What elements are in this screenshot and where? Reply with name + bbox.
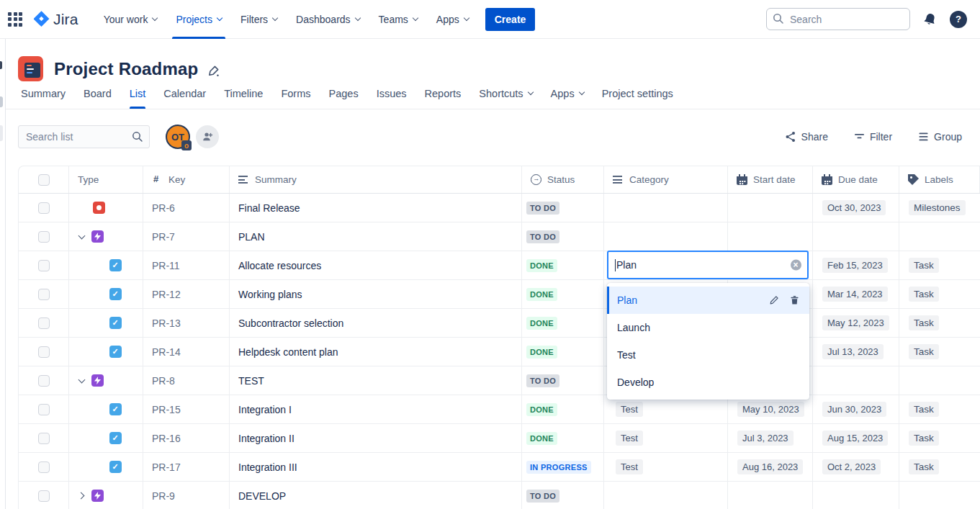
select-all-cell[interactable] — [19, 166, 69, 193]
key-cell[interactable]: PR-11 — [143, 251, 230, 279]
tab[interactable]: Shortcuts — [479, 88, 532, 109]
status-badge[interactable]: TO DO — [526, 490, 559, 503]
start-date-cell[interactable] — [728, 222, 813, 251]
key-cell[interactable]: PR-7 — [143, 222, 230, 251]
status-badge[interactable]: DONE — [526, 346, 557, 359]
row-select-cell[interactable] — [19, 251, 69, 279]
due-date-cell[interactable]: Feb 15, 2023 — [813, 251, 899, 279]
tab[interactable]: Project settings — [602, 88, 673, 109]
tab[interactable]: Apps — [551, 88, 584, 109]
label-value[interactable]: Task — [909, 287, 939, 302]
row-checkbox[interactable] — [38, 461, 50, 473]
row-checkbox[interactable] — [38, 231, 50, 243]
nav-item[interactable]: Projects — [166, 0, 231, 39]
status-cell[interactable]: DONE — [522, 424, 604, 452]
column-header[interactable]: Summary — [230, 166, 522, 193]
labels-cell[interactable]: Task — [899, 280, 980, 308]
tab[interactable]: Reports — [425, 88, 462, 109]
label-value[interactable]: Task — [909, 315, 939, 330]
start-date-cell[interactable] — [728, 194, 813, 222]
status-badge[interactable]: TO DO — [526, 230, 559, 243]
labels-cell[interactable]: Task — [899, 338, 980, 366]
row-select-cell[interactable] — [19, 453, 69, 481]
start-date-value[interactable]: May 10, 2023 — [737, 402, 804, 417]
status-cell[interactable]: DONE — [522, 338, 604, 366]
row-select-cell[interactable] — [19, 338, 69, 366]
labels-cell[interactable]: Milestones — [899, 194, 980, 222]
due-date-value[interactable]: May 12, 2023 — [822, 315, 889, 330]
due-date-cell[interactable]: Oct 2, 2023 — [813, 453, 899, 481]
nav-item[interactable]: Apps — [427, 0, 478, 39]
start-date-cell[interactable]: Aug 16, 2023 — [728, 453, 813, 481]
due-date-cell[interactable]: Mar 14, 2023 — [813, 280, 899, 308]
labels-cell[interactable]: Task — [899, 424, 980, 452]
summary-cell[interactable]: Integration I — [230, 395, 522, 423]
labels-cell[interactable]: Task — [899, 251, 980, 279]
start-date-cell[interactable] — [728, 482, 813, 509]
category-edit-input[interactable]: Plan — [607, 251, 809, 279]
due-date-value[interactable]: Mar 14, 2023 — [822, 287, 888, 302]
label-value[interactable]: Task — [909, 431, 939, 446]
due-date-cell[interactable] — [813, 366, 899, 395]
labels-cell[interactable]: Task — [899, 453, 980, 481]
status-badge[interactable]: DONE — [526, 288, 557, 301]
collapsed-sidebar-edge[interactable] — [0, 39, 6, 509]
row-select-cell[interactable] — [19, 222, 69, 251]
type-cell[interactable] — [69, 251, 143, 279]
status-cell[interactable]: TO DO — [522, 194, 604, 222]
row-checkbox[interactable] — [38, 375, 50, 387]
summary-cell[interactable]: PLAN — [230, 222, 522, 251]
status-badge[interactable]: DONE — [526, 317, 557, 330]
row-checkbox[interactable] — [38, 346, 50, 358]
list-search-input[interactable] — [18, 125, 150, 148]
status-badge[interactable]: DONE — [526, 432, 557, 445]
row-select-cell[interactable] — [19, 280, 69, 308]
edit-pencil-icon[interactable] — [769, 295, 779, 305]
list-search[interactable] — [18, 125, 150, 148]
rename-ink-icon[interactable] — [207, 65, 220, 77]
tab[interactable]: Issues — [377, 88, 407, 109]
labels-cell[interactable]: Task — [899, 309, 980, 337]
row-select-cell[interactable] — [19, 194, 69, 222]
type-cell[interactable] — [69, 222, 143, 251]
column-header[interactable]: Due date — [813, 166, 899, 193]
row-checkbox[interactable] — [38, 289, 50, 300]
summary-cell[interactable]: Helpdesk content plan — [230, 338, 522, 366]
key-cell[interactable]: PR-15 — [143, 395, 230, 423]
due-date-value[interactable]: Oct 30, 2023 — [822, 200, 886, 215]
summary-cell[interactable]: Allocate resources — [230, 251, 522, 279]
help-icon[interactable]: ? — [950, 11, 967, 28]
key-cell[interactable]: PR-17 — [143, 453, 230, 481]
column-header[interactable]: Category — [604, 166, 728, 193]
row-select-cell[interactable] — [19, 309, 69, 337]
key-cell[interactable]: PR-6 — [143, 194, 230, 222]
tab[interactable]: Timeline — [224, 88, 263, 109]
due-date-cell[interactable]: May 12, 2023 — [813, 309, 899, 337]
label-value[interactable]: Task — [909, 459, 939, 474]
expand-toggle[interactable] — [76, 493, 87, 498]
row-checkbox[interactable] — [38, 490, 50, 502]
row-select-cell[interactable] — [19, 424, 69, 452]
due-date-value[interactable]: Jun 30, 2023 — [822, 402, 886, 417]
row-select-cell[interactable] — [19, 366, 69, 395]
key-cell[interactable]: PR-16 — [143, 424, 230, 452]
category-cell[interactable] — [604, 222, 728, 251]
row-checkbox[interactable] — [38, 433, 50, 444]
status-cell[interactable]: IN PROGRESS — [522, 453, 604, 481]
category-value[interactable]: Test — [616, 459, 643, 474]
status-badge[interactable]: TO DO — [526, 374, 559, 387]
label-value[interactable]: Task — [909, 258, 939, 273]
labels-cell[interactable]: Task — [899, 395, 980, 423]
key-cell[interactable]: PR-13 — [143, 309, 230, 337]
type-cell[interactable] — [69, 453, 143, 481]
summary-cell[interactable]: Working plans — [230, 280, 522, 308]
labels-cell[interactable] — [899, 366, 980, 395]
notifications-bell-icon[interactable] — [922, 10, 938, 27]
row-checkbox[interactable] — [38, 260, 50, 271]
due-date-cell[interactable]: Oct 30, 2023 — [813, 194, 899, 222]
category-value[interactable]: Test — [616, 402, 643, 417]
labels-cell[interactable] — [899, 482, 980, 509]
due-date-cell[interactable]: Aug 15, 2023 — [813, 424, 899, 452]
select-all-checkbox[interactable] — [38, 174, 50, 186]
type-cell[interactable] — [69, 194, 143, 222]
